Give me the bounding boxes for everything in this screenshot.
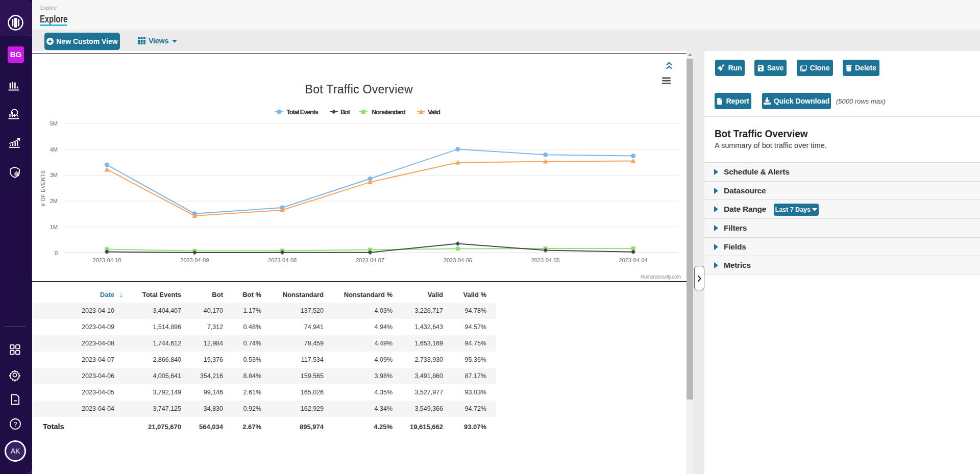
svg-text:Humansecurity.com: Humansecurity.com <box>641 274 681 280</box>
svg-text:1M: 1M <box>50 224 58 230</box>
svg-text:2023-04-09: 2023-04-09 <box>180 257 209 263</box>
svg-text:2023-04-08: 2023-04-08 <box>268 257 297 263</box>
svg-text:0: 0 <box>55 250 58 256</box>
svg-text:?: ? <box>13 420 17 428</box>
svg-text:# OF EVENTS: # OF EVENTS <box>40 170 46 206</box>
svg-text:Valid: Valid <box>428 108 440 116</box>
svg-text:2023-04-04: 2023-04-04 <box>619 257 648 263</box>
svg-text:2023-04-05: 2023-04-05 <box>531 257 560 263</box>
svg-text:Nonstandard: Nonstandard <box>372 108 406 116</box>
svg-text:3M: 3M <box>50 172 58 178</box>
svg-text:Total Events: Total Events <box>286 108 318 116</box>
svg-text:2023-04-06: 2023-04-06 <box>444 257 472 263</box>
svg-text:2023-04-10: 2023-04-10 <box>92 257 121 263</box>
svg-text:2023-04-07: 2023-04-07 <box>356 257 384 263</box>
svg-text:2M: 2M <box>50 198 58 204</box>
svg-text:5M: 5M <box>50 120 58 127</box>
svg-text:Bot: Bot <box>340 108 351 116</box>
svg-text:Bot Traffic Overview: Bot Traffic Overview <box>305 83 413 96</box>
svg-text:4M: 4M <box>50 146 58 153</box>
